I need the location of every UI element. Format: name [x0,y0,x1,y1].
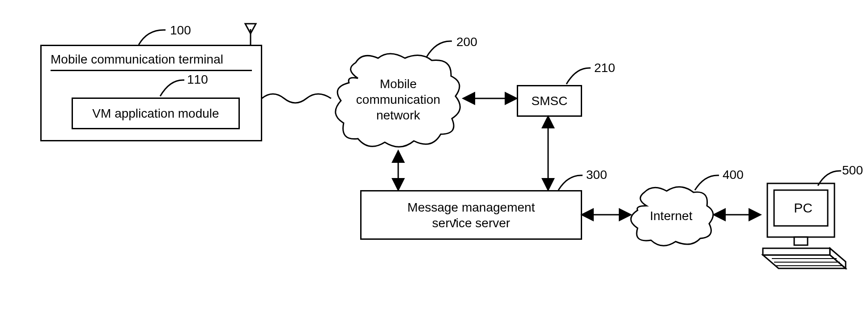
smsc-label: SMSC [532,93,568,109]
svg-marker-11 [763,248,830,255]
wireless-link [260,87,338,110]
pc-label: PC [787,200,819,216]
antenna-icon [242,20,260,47]
msg-server-box: Message management service server [360,190,582,240]
ref-leader-500 [814,166,846,188]
arrow-cloud-smsc [461,92,519,105]
ref-200: 200 [456,35,477,49]
ref-leader-110 [157,74,188,98]
ref-100: 100 [170,23,191,38]
ref-leader-210 [563,63,594,87]
arrow-server-internet [579,208,633,221]
ref-300: 300 [586,168,607,182]
ref-400: 400 [723,168,744,182]
vm-module-label: VM application module [92,106,219,121]
ref-500: 500 [842,163,863,178]
internet-cloud [626,186,716,248]
ref-leader-200 [423,36,456,60]
ref-110: 110 [187,72,208,87]
smsc-box: SMSC [517,85,582,117]
arrow-cloud-server [391,149,405,192]
mobile-network-cloud [331,51,465,152]
pc-icon [758,179,848,273]
vm-module-box: VM application module [72,98,240,129]
arrow-internet-pc [711,208,763,221]
terminal-title: Mobile communication terminal [51,51,252,71]
svg-rect-9 [794,237,808,245]
ref-leader-400 [691,170,723,192]
dot-artifact [454,219,456,221]
ref-210: 210 [594,61,615,75]
arrow-smsc-server [541,114,555,192]
ref-leader-100 [134,25,170,47]
msg-server-label: Message management service server [408,200,535,231]
ref-leader-300 [555,170,586,192]
